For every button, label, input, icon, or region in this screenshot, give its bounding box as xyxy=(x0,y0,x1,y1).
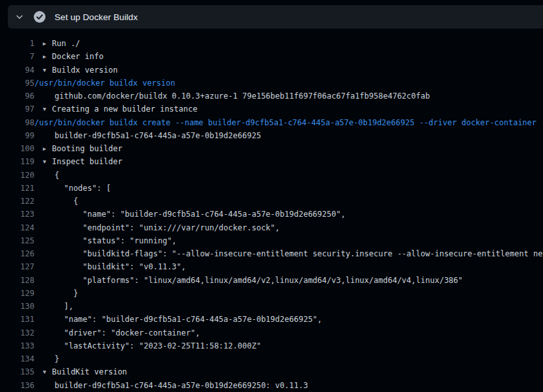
triangle-expanded-icon[interactable]: ▼ xyxy=(43,67,52,73)
log-group-title: Creating a new builder instance xyxy=(52,104,197,114)
log-line: 119▼Inspect builder xyxy=(0,155,543,168)
line-number[interactable]: 131 xyxy=(0,315,34,324)
log-output-text: { xyxy=(55,197,78,206)
step-header-set-up-docker-buildx[interactable]: Set up Docker Buildx xyxy=(8,5,543,29)
log-output-text: "driver": "docker-container", xyxy=(55,328,200,337)
log-output-text: { xyxy=(55,171,59,180)
log-line: 97▼Creating a new builder instance xyxy=(0,103,543,116)
line-number[interactable]: 122 xyxy=(0,197,34,206)
log-line: 131 "name": "builder-d9cfb5a1-c764-445a-… xyxy=(0,313,543,326)
log-output-text: builder-d9cfb5a1-c764-445a-a57e-0b19d2e6… xyxy=(55,131,261,140)
log-group-toggle[interactable]: ▶Docker info xyxy=(43,52,103,61)
log-line: 121 "nodes": [ xyxy=(0,182,543,195)
step-title: Set up Docker Buildx xyxy=(55,12,138,22)
log-group-title: BuildKit version xyxy=(52,367,127,376)
line-number[interactable]: 130 xyxy=(0,302,34,311)
log-output-text: "endpoint": "unix:///var/run/docker.sock… xyxy=(55,223,280,232)
log-group-title: Run ./ xyxy=(52,39,80,48)
log-line: 135▼BuildKit version xyxy=(0,365,543,378)
log-line: 124 "endpoint": "unix:///var/run/docker.… xyxy=(0,221,543,234)
line-number[interactable]: 126 xyxy=(0,249,34,258)
triangle-expanded-icon[interactable]: ▼ xyxy=(43,369,52,375)
line-number[interactable]: 123 xyxy=(0,210,34,219)
line-number[interactable]: 132 xyxy=(0,328,34,337)
log-line: 122 { xyxy=(0,195,543,208)
log-line: 133 "lastActivity": "2023-02-25T11:58:12… xyxy=(0,339,543,352)
log-group-toggle[interactable]: ▼Inspect builder xyxy=(43,157,122,166)
chevron-down-icon[interactable] xyxy=(14,12,25,22)
log-output-text: builder-d9cfb5a1-c764-445a-a57e-0b19d2e6… xyxy=(55,381,308,390)
log-group-title: Docker info xyxy=(52,52,103,61)
log-line: 123 "name": "builder-d9cfb5a1-c764-445a-… xyxy=(0,208,543,221)
log-output-text: "lastActivity": "2023-02-25T11:58:12.000… xyxy=(55,341,261,350)
line-number[interactable]: 129 xyxy=(0,289,34,298)
line-number[interactable]: 133 xyxy=(0,341,34,350)
log-line: 136builder-d9cfb5a1-c764-445a-a57e-0b19d… xyxy=(0,379,543,392)
log-line: 130 ], xyxy=(0,300,543,313)
log-line: 7▶Docker info xyxy=(0,50,543,63)
triangle-expanded-icon[interactable]: ▼ xyxy=(43,106,52,112)
log-group-toggle[interactable]: ▼BuildKit version xyxy=(43,367,127,376)
line-number[interactable]: 124 xyxy=(0,223,34,232)
line-number[interactable]: 100 xyxy=(0,144,34,153)
log-output-text: } xyxy=(55,289,78,298)
line-number[interactable]: 125 xyxy=(0,236,34,245)
log-line: 125 "status": "running", xyxy=(0,234,543,247)
log-line: 126 "buildkitd-flags": "--allow-insecure… xyxy=(0,247,543,260)
log-output-text: github.com/docker/buildx 0.10.3+azure-1 … xyxy=(55,92,430,101)
line-number[interactable]: 99 xyxy=(0,131,34,140)
log-line: 95/usr/bin/docker buildx version xyxy=(0,77,543,90)
line-number[interactable]: 128 xyxy=(0,276,34,285)
line-number[interactable]: 95 xyxy=(0,79,34,88)
line-number[interactable]: 120 xyxy=(0,171,34,180)
log-output-text: "platforms": "linux/amd64,linux/amd64/v2… xyxy=(55,276,463,285)
triangle-collapsed-icon[interactable]: ▶ xyxy=(43,145,52,152)
triangle-collapsed-icon[interactable]: ▶ xyxy=(43,53,52,60)
line-number[interactable]: 136 xyxy=(0,381,34,390)
log-line: 94▼Buildx version xyxy=(0,64,543,77)
line-number[interactable]: 127 xyxy=(0,262,34,271)
log-line: 127 "buildkit": "v0.11.3", xyxy=(0,260,543,273)
log-command-text: /usr/bin/docker buildx version xyxy=(34,79,175,88)
log-line: 99builder-d9cfb5a1-c764-445a-a57e-0b19d2… xyxy=(0,129,543,142)
log-line: 132 "driver": "docker-container", xyxy=(0,326,543,339)
log-group-toggle[interactable]: ▶Booting builder xyxy=(43,144,122,153)
line-number[interactable]: 98 xyxy=(0,118,34,127)
log-group-title: Inspect builder xyxy=(52,157,122,166)
log-command-text: /usr/bin/docker buildx create --name bui… xyxy=(34,118,537,127)
triangle-collapsed-icon[interactable]: ▶ xyxy=(43,40,52,47)
log-line: 98/usr/bin/docker buildx create --name b… xyxy=(0,116,543,129)
log-line: 134} xyxy=(0,352,543,365)
line-number[interactable]: 121 xyxy=(0,184,34,193)
line-number[interactable]: 135 xyxy=(0,367,34,376)
log-output-text: "nodes": [ xyxy=(55,184,111,193)
log-output-text: "buildkit": "v0.11.3", xyxy=(55,262,186,271)
line-number[interactable]: 97 xyxy=(0,104,34,114)
line-number[interactable]: 94 xyxy=(0,66,34,75)
log-line: 120{ xyxy=(0,169,543,182)
line-number[interactable]: 134 xyxy=(0,354,34,363)
log-output-text: ], xyxy=(55,302,73,311)
line-number[interactable]: 1 xyxy=(0,39,34,48)
log-output-text: "status": "running", xyxy=(55,236,177,245)
triangle-expanded-icon[interactable]: ▼ xyxy=(43,158,52,165)
log-output-text: } xyxy=(55,354,59,363)
log-line: 128 "platforms": "linux/amd64,linux/amd6… xyxy=(0,274,543,287)
log-line: 1▶Run ./ xyxy=(0,37,543,50)
log-output-text: "buildkitd-flags": "--allow-insecure-ent… xyxy=(55,249,543,258)
log-line: 100▶Booting builder xyxy=(0,142,543,155)
line-number[interactable]: 96 xyxy=(0,92,34,101)
log-group-toggle[interactable]: ▼Creating a new builder instance xyxy=(43,104,197,114)
log-group-title: Booting builder xyxy=(52,144,122,153)
log-line: 96github.com/docker/buildx 0.10.3+azure-… xyxy=(0,90,543,103)
check-circle-icon xyxy=(34,11,45,23)
log-viewer: 1▶Run ./7▶Docker info94▼Buildx version95… xyxy=(0,37,543,392)
line-number[interactable]: 119 xyxy=(0,157,34,166)
log-output-text: "name": "builder-d9cfb5a1-c764-445a-a57e… xyxy=(55,315,322,324)
log-group-toggle[interactable]: ▼Buildx version xyxy=(43,66,118,75)
log-group-title: Buildx version xyxy=(52,66,118,75)
log-group-toggle[interactable]: ▶Run ./ xyxy=(43,39,80,48)
log-output-text: "name": "builder-d9cfb5a1-c764-445a-a57e… xyxy=(55,210,346,219)
log-line: 129 } xyxy=(0,287,543,300)
line-number[interactable]: 7 xyxy=(0,52,34,61)
